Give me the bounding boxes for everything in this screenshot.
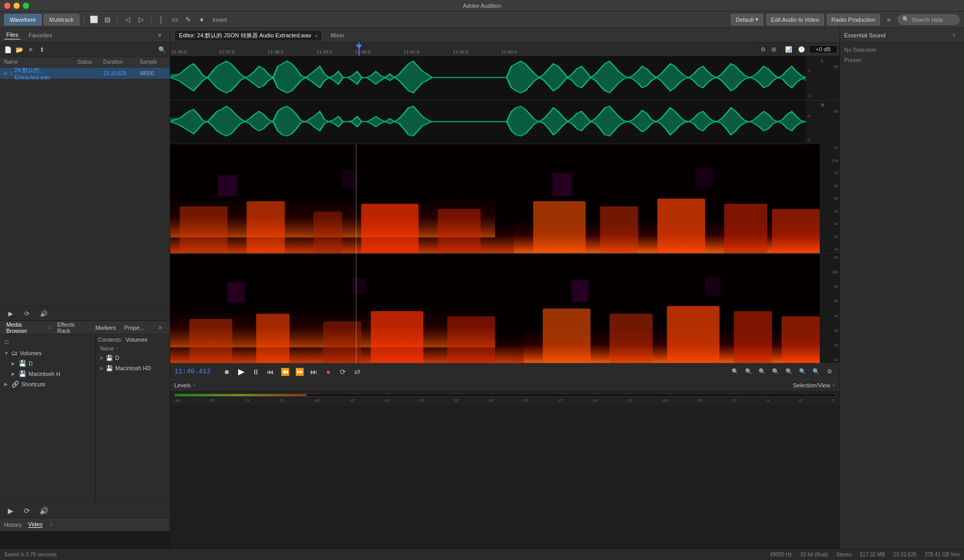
search-box[interactable]: 🔍 Search Help [898, 15, 960, 25]
media-play-icon[interactable]: ▶ [4, 505, 17, 517]
tab-files[interactable]: Files [4, 31, 20, 39]
editor-tab-main[interactable]: Editor: 24.默认的 JSON 转换器 Audio Extracted.… [174, 30, 322, 40]
maximize-button[interactable] [23, 3, 29, 9]
tree-item-d[interactable]: ▶ 💾 D [2, 358, 93, 369]
waveform-mode-button[interactable]: Waveform [4, 14, 42, 25]
content-item-macintosh-hd[interactable]: ▶ 💾 Macintosh HD [98, 363, 168, 373]
files-play-icon[interactable]: ▶ [4, 307, 17, 320]
waveform-view-icon[interactable]: ⬜ [88, 14, 100, 25]
level-bar-row [174, 393, 835, 397]
vu-l-label: L [807, 58, 838, 63]
tree-item-shortcuts[interactable]: ▶ 🔗 Shortcuts [2, 379, 93, 389]
expand-panel-icon[interactable]: » [155, 322, 166, 333]
levels-menu-icon[interactable]: ≡ [193, 382, 196, 388]
play-button[interactable]: ▶ [235, 366, 247, 378]
rewind-button[interactable]: ⏪ [279, 366, 291, 378]
zoom-in-time-icon[interactable]: 🔍 [729, 366, 741, 377]
settings-icon[interactable]: ⚙ [824, 366, 835, 377]
spectrogram-playhead [356, 144, 356, 363]
files-menu-icon[interactable]: ≡ [154, 30, 166, 41]
tab-favorites[interactable]: Favorites [26, 31, 54, 39]
draw-tool-icon[interactable]: ✎ [183, 14, 194, 25]
playhead-handle[interactable] [356, 43, 362, 55]
waveform-channel-right[interactable] [170, 100, 806, 144]
tree-item-volumes[interactable]: ▼ 🗂 Volumes [2, 348, 93, 358]
ruler-mark-2: 11:38.0 [268, 49, 283, 54]
ruler-mark-6: 11:42.0 [453, 49, 469, 54]
spectral-view-icon[interactable]: ▤ [102, 14, 113, 25]
zoom-tool-icon[interactable]: 🔍 [783, 366, 795, 377]
workspace-button[interactable]: Default ▾ [731, 14, 763, 25]
close-file-icon[interactable]: ✕ [26, 45, 35, 54]
tab-media-browser[interactable]: Media Browser [4, 320, 44, 335]
fast-forward-end-button[interactable]: ⏭ [308, 366, 320, 378]
stop-button[interactable]: ■ [221, 366, 233, 378]
level-icon-2[interactable]: 🕐 [796, 44, 807, 54]
db-display[interactable]: +0 dB [809, 45, 837, 53]
tab-markers[interactable]: Markers [93, 324, 118, 332]
files-loop-icon[interactable]: ⟳ [21, 307, 33, 320]
toggle-button[interactable]: ⇄ [351, 366, 364, 378]
selection-view-menu-icon[interactable]: ≡ [832, 382, 835, 388]
svg-rect-33 [781, 316, 820, 363]
level-fill-l [175, 394, 307, 396]
media-loop-icon[interactable]: ⟳ [21, 505, 33, 517]
zoom-out-icon[interactable]: 🔍 [797, 366, 808, 377]
rewind-start-button[interactable]: ⏮ [264, 366, 277, 378]
zoom-out-time-icon[interactable]: 🔍 [743, 366, 754, 377]
tab-mixer[interactable]: Mixer [326, 31, 349, 39]
svg-rect-23 [189, 319, 232, 363]
level-icon-1[interactable]: 📊 [783, 44, 794, 54]
essential-sound-menu-icon[interactable]: ≡ [948, 30, 960, 41]
media-home-icon[interactable]: ⌂ [2, 337, 11, 346]
waveform-settings-icon[interactable]: ⚙ [759, 44, 768, 54]
app-title: Adobe Audition [463, 3, 501, 9]
pause-button[interactable]: ⏸ [250, 366, 262, 378]
content-item-d[interactable]: ▶ 💾 D [98, 353, 168, 363]
heal-tool-icon[interactable]: ♦ [196, 14, 208, 25]
files-volume-icon[interactable]: 🔊 [37, 307, 50, 320]
db-scale-l-top: dB [807, 64, 838, 69]
zoom-out-freq-icon[interactable]: 🔍 [770, 366, 781, 377]
tree-item-macintosh-h[interactable]: ▶ 💾 Macintosh H [2, 369, 93, 379]
tab-effects-rack[interactable]: Effects Rack [55, 320, 89, 335]
invert-button[interactable]: Invert [210, 14, 230, 25]
rectangle-tool-icon[interactable]: ▭ [169, 14, 181, 25]
tab-properties[interactable]: Prope... [122, 324, 146, 332]
select-tool-icon[interactable]: │ [156, 14, 167, 25]
close-button[interactable] [4, 3, 10, 9]
edit-audio-video-button[interactable]: Edit Audio to Video [766, 14, 824, 25]
waveform-svg-right [170, 100, 806, 144]
open-file-icon[interactable]: 📂 [15, 45, 24, 54]
back-icon[interactable]: ◁ [122, 14, 133, 25]
loop-button[interactable]: ⟳ [337, 366, 349, 378]
content-label-mac-hd: Macintosh HD [115, 365, 151, 371]
media-browser-menu-icon[interactable]: ≡ [48, 325, 51, 330]
radio-production-button[interactable]: Radio Production [827, 14, 880, 25]
waveform-grid-icon[interactable]: ⊞ [769, 44, 778, 54]
zoom-in-freq-icon[interactable]: 🔍 [756, 366, 768, 377]
zoom-fit-icon[interactable]: 🔍 [810, 366, 822, 377]
tab-video[interactable]: Video [28, 521, 43, 528]
multitrack-mode-button[interactable]: Multitrack [44, 14, 79, 25]
move-up-icon[interactable]: ⬆ [37, 45, 47, 54]
editor-tab-close-icon[interactable]: ≡ [315, 33, 318, 38]
media-volume-icon[interactable]: 🔊 [37, 505, 50, 517]
forward-icon[interactable]: ▷ [135, 14, 147, 25]
search-files-icon[interactable]: 🔍 [157, 45, 167, 54]
minimize-button[interactable] [13, 3, 20, 9]
bit-depth: 32-bit (float) [800, 552, 828, 557]
waveform-channel-left[interactable] [170, 56, 806, 100]
more-workspaces-icon[interactable]: » [883, 14, 894, 25]
record-button[interactable]: ● [322, 366, 335, 378]
channels: Stereo [836, 552, 851, 557]
spectrogram-canvas[interactable] [170, 144, 820, 363]
video-menu-icon[interactable]: ≡ [50, 522, 53, 527]
tab-history[interactable]: History [4, 522, 22, 528]
timeline-ruler[interactable]: 11:36.0 11:37.0 11:38.0 11:39.0 11:40.0 … [170, 43, 756, 56]
essential-sound-body: No Selection Preset: [840, 43, 964, 549]
fast-forward-button[interactable]: ⏩ [293, 366, 306, 378]
content-drive-d-icon: 💾 [106, 355, 113, 361]
file-item[interactable]: ▶ ♪ 24.默认的＿Extracted.wav 23:32.628 48000 [0, 67, 170, 79]
new-file-icon[interactable]: 📄 [3, 45, 12, 54]
